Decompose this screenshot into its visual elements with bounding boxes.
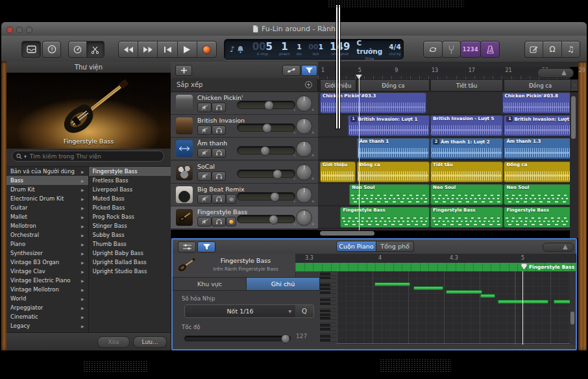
editor-zoom-knob[interactable]: [563, 245, 568, 250]
region[interactable]: Âm thanh 1: [357, 138, 430, 159]
editor-region-strip[interactable]: Fingerstyle Bass: [295, 263, 576, 272]
record-enable-button[interactable]: [226, 194, 236, 204]
piano-roll-grid[interactable]: [337, 271, 570, 345]
library-preset[interactable]: Muted Bass: [89, 194, 171, 203]
library-preset[interactable]: Upright Ballad Bass: [89, 258, 171, 267]
region[interactable]: Giới thiệu: [320, 162, 356, 182]
delete-button[interactable]: Xóa: [97, 336, 130, 348]
region[interactable]: 1British Invasion: Lượt 1: [504, 116, 576, 136]
tab-piano-roll[interactable]: Cuộn Piano: [336, 241, 376, 252]
editor-catch-button[interactable]: [197, 241, 215, 252]
black-key[interactable]: [320, 302, 330, 305]
editor-ruler[interactable]: 3.344.35: [295, 254, 576, 263]
add-marker-icon[interactable]: [305, 81, 312, 88]
metronome-button[interactable]: [480, 41, 500, 58]
solo-button[interactable]: [212, 125, 226, 135]
tuner-gauge-button[interactable]: [69, 42, 86, 57]
region[interactable]: 2Âm thanh 1: Lượt 2: [430, 138, 503, 159]
track-row[interactable]: Chicken Pickin'LR: [171, 92, 318, 115]
vertical-scrollbar[interactable]: [571, 96, 576, 139]
library-category[interactable]: Vintage B3 Organ▶: [6, 258, 88, 267]
library-category[interactable]: Cinematic▶: [6, 312, 88, 321]
library-preset[interactable]: Picked Bass: [89, 203, 171, 212]
library-preset[interactable]: Liverpool Bass: [89, 185, 171, 194]
volume-slider[interactable]: [237, 146, 295, 154]
library-preset[interactable]: Upright Studio Bass: [89, 267, 171, 276]
pan-knob[interactable]: LR: [296, 210, 312, 226]
lcd-beat-position[interactable]: 1 phách: [276, 40, 293, 59]
library-category[interactable]: Piano▶: [6, 239, 88, 249]
arrangement-marker[interactable]: Tiết tấu: [430, 79, 503, 92]
library-category[interactable]: Mellotron▶: [6, 221, 88, 230]
midi-note[interactable]: [374, 282, 410, 286]
velocity-slider-thumb[interactable]: [281, 334, 290, 343]
quantize-dropdown[interactable]: Nốt 1/16 ▼: [184, 304, 296, 318]
black-key[interactable]: [320, 317, 330, 319]
region[interactable]: Chicken Pickin'#03.8: [502, 93, 577, 114]
pan-knob[interactable]: LR: [296, 164, 312, 180]
mute-button[interactable]: [197, 103, 212, 112]
volume-thumb[interactable]: [270, 192, 280, 202]
loop-browser-button[interactable]: Ω: [543, 42, 561, 57]
track-row[interactable]: Âm thanhLR: [171, 138, 318, 160]
volume-thumb[interactable]: [273, 169, 282, 179]
volume-slider[interactable]: [237, 123, 295, 132]
library-category[interactable]: Drum Kit▶: [6, 185, 88, 194]
notepad-button[interactable]: [525, 42, 543, 57]
region[interactable]: Âm thanh 1.3: [504, 138, 576, 159]
track-row[interactable]: Big Beat RemixLR: [171, 184, 318, 206]
solo-button[interactable]: [212, 194, 226, 204]
library-category[interactable]: Mallet▶: [6, 212, 88, 221]
black-key[interactable]: [320, 335, 330, 337]
black-key[interactable]: [320, 276, 330, 279]
editor-zoom-slider[interactable]: [543, 243, 574, 252]
black-key[interactable]: [320, 291, 330, 294]
library-category[interactable]: Guitar▶: [6, 203, 88, 212]
tab-region[interactable]: Khu vực: [173, 277, 247, 291]
track-row[interactable]: Fingerstyle BassLR: [171, 206, 318, 229]
piano-keyboard[interactable]: C2 C1: [320, 271, 337, 345]
editor-vertical-scrollbar[interactable]: [570, 312, 574, 324]
lcd-signature[interactable]: 4/4 chữ ký: [386, 40, 404, 59]
lcd-bar-position[interactable]: 005 ô nhịp: [249, 40, 276, 59]
editor-playhead[interactable]: [522, 271, 523, 345]
solo-button[interactable]: [212, 148, 226, 158]
record-enable-button[interactable]: [226, 217, 236, 226]
region[interactable]: Tiết tấu: [430, 162, 503, 182]
region[interactable]: Đồng ca: [504, 162, 576, 182]
library-category[interactable]: Synthesizer▶: [6, 249, 88, 258]
horizontal-scrollbar[interactable]: [320, 231, 570, 236]
mute-button[interactable]: [197, 148, 212, 158]
region[interactable]: Đồng ca: [357, 162, 430, 182]
black-key[interactable]: [320, 273, 330, 275]
close-button[interactable]: [6, 27, 13, 33]
region[interactable]: Neo Soul: [430, 184, 503, 205]
region[interactable]: British Invasion - Lượt 5: [430, 116, 503, 136]
quick-help-button[interactable]: ?: [42, 41, 61, 58]
edit-tools-button[interactable]: [86, 42, 104, 57]
add-track-button[interactable]: [175, 65, 192, 76]
tab-note[interactable]: Ghi chú: [246, 277, 320, 291]
library-category[interactable]: World▶: [6, 294, 88, 303]
velocity-slider[interactable]: [184, 336, 291, 341]
playhead-line[interactable]: [359, 75, 360, 230]
library-category[interactable]: Vintage Electric Piano▶: [6, 276, 88, 285]
catch-playhead-button[interactable]: [301, 65, 317, 76]
library-category[interactable]: Vintage Mellotron▶: [6, 285, 88, 294]
window-controls[interactable]: [6, 27, 32, 33]
forward-button[interactable]: [138, 42, 157, 57]
volume-thumb[interactable]: [264, 101, 274, 110]
volume-thumb[interactable]: [262, 123, 272, 133]
midi-note[interactable]: [480, 294, 495, 298]
volume-slider[interactable]: [237, 192, 295, 201]
horizontal-scrollbar-thumb[interactable]: [320, 231, 374, 236]
save-button[interactable]: Lưu...: [133, 336, 167, 348]
library-category[interactable]: Bass▶: [6, 176, 88, 185]
region[interactable]: Fingerstyle Bass: [504, 207, 576, 228]
library-toggle-button[interactable]: [21, 41, 41, 58]
volume-slider[interactable]: [237, 215, 295, 223]
zoom-button[interactable]: [26, 27, 32, 33]
region[interactable]: Fingerstyle Bass: [340, 207, 429, 228]
count-in-button[interactable]: 1234: [460, 41, 481, 58]
editor-region-marker[interactable]: Fingerstyle Bass: [521, 263, 574, 270]
